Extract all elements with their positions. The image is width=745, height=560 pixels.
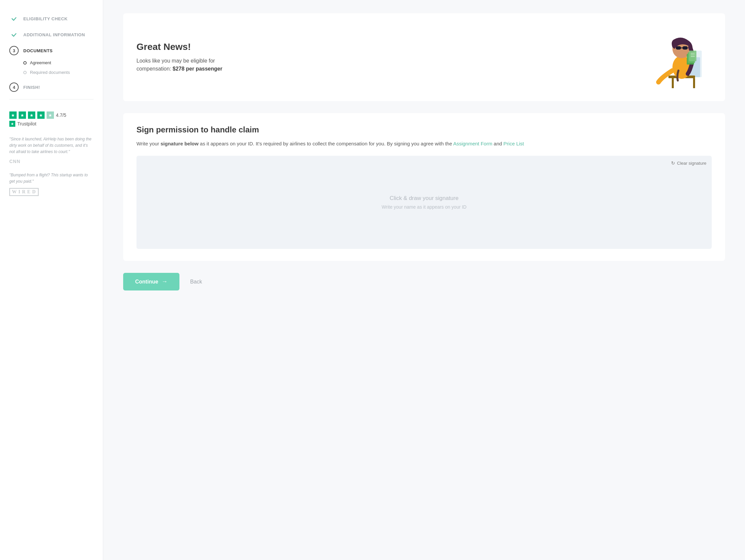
trustpilot-rating: 4.7/5 — [56, 112, 66, 118]
svg-rect-3 — [672, 78, 674, 88]
sidebar-divider — [9, 99, 94, 99]
assignment-form-link[interactable]: Assignment Form — [453, 141, 492, 146]
wired-logo-text: W I R E D — [12, 189, 36, 194]
main-content: Great News! Looks like you may be eligib… — [103, 0, 745, 560]
star-5-partial: ★ — [46, 111, 54, 119]
wired-logo: W I R E D — [9, 188, 39, 196]
stars-row: ★ ★ ★ ★ ★ 4.7/5 — [9, 111, 94, 119]
desc-start: Write your — [136, 141, 160, 146]
dot-required-docs — [23, 71, 27, 74]
check-icon-eligibility — [9, 14, 19, 23]
bottom-actions: Continue → Back — [123, 273, 725, 291]
signature-placeholder: Click & draw your signature Write your n… — [142, 161, 706, 243]
step-number-documents: 3 — [9, 46, 19, 55]
continue-button[interactable]: Continue → — [123, 273, 180, 291]
hero-desc-bold: $278 per passenger — [173, 66, 222, 71]
sig-placeholder-sub: Write your name as it appears on your ID — [382, 204, 467, 210]
svg-rect-12 — [689, 51, 697, 61]
sidebar-item-documents[interactable]: 3 DOCUMENTS — [9, 42, 94, 59]
desc-bold: signature below — [160, 141, 198, 146]
svg-rect-8 — [682, 46, 688, 50]
hero-section: Great News! Looks like you may be eligib… — [123, 13, 725, 101]
hero-description: Looks like you may be eligible for compe… — [136, 57, 250, 73]
additional-label: ADDITIONAL INFORMATION — [23, 32, 85, 37]
desc-mid: as it appears on your ID. It's required … — [198, 141, 453, 146]
desc-and: and — [492, 141, 503, 146]
sub-step-required-docs[interactable]: Required documents — [23, 68, 94, 76]
svg-rect-4 — [693, 78, 695, 88]
sidebar-item-eligibility[interactable]: ELIGIBILITY CHECK — [9, 11, 94, 27]
documents-label: DOCUMENTS — [23, 48, 53, 53]
sub-step-agreement[interactable]: Agreement — [23, 59, 94, 67]
continue-arrow-icon: → — [161, 278, 167, 285]
required-docs-label: Required documents — [30, 70, 70, 75]
clear-signature-button[interactable]: ↻ Clear signature — [671, 160, 706, 166]
svg-rect-7 — [676, 46, 681, 50]
signature-box[interactable]: ↻ Clear signature Click & draw your sign… — [136, 156, 712, 249]
wired-quote-text: "Bumped from a flight? This startup want… — [9, 172, 94, 185]
cnn-quote: "Since it launched, AirHelp has been doi… — [9, 136, 94, 164]
check-icon-additional — [9, 30, 19, 39]
sidebar: ELIGIBILITY CHECK ADDITIONAL INFORMATION… — [0, 0, 103, 560]
price-list-link[interactable]: Price List — [503, 141, 524, 146]
refresh-icon: ↻ — [671, 160, 675, 166]
sig-placeholder-main: Click & draw your signature — [390, 195, 459, 202]
cnn-quote-text: "Since it launched, AirHelp has been doi… — [9, 136, 94, 155]
star-4: ★ — [37, 111, 44, 119]
sidebar-item-additional[interactable]: ADDITIONAL INFORMATION — [9, 27, 94, 42]
finish-label: FINISH! — [23, 85, 40, 90]
star-1: ★ — [9, 111, 17, 119]
trustpilot-logo-row: ★ Trustpilot — [9, 121, 94, 127]
illustration-svg — [639, 24, 712, 91]
continue-label: Continue — [135, 279, 158, 285]
tp-star-icon: ★ — [9, 121, 15, 127]
dot-agreement — [23, 61, 27, 65]
step-number-finish: 4 — [9, 83, 19, 92]
eligibility-label: ELIGIBILITY CHECK — [23, 16, 68, 21]
back-button[interactable]: Back — [190, 279, 202, 285]
star-3: ★ — [28, 111, 35, 119]
hero-text: Great News! Looks like you may be eligib… — [136, 42, 250, 73]
trustpilot-label: Trustpilot — [17, 121, 36, 126]
sidebar-item-finish[interactable]: 4 FINISH! — [9, 79, 94, 95]
sign-description: Write your signature below as it appears… — [136, 140, 712, 148]
trustpilot-section: ★ ★ ★ ★ ★ 4.7/5 ★ Trustpilot — [9, 111, 94, 127]
hero-title: Great News! — [136, 42, 250, 52]
star-2: ★ — [19, 111, 26, 119]
clear-signature-label: Clear signature — [677, 161, 706, 166]
sub-steps-documents: Agreement Required documents — [23, 59, 94, 79]
hero-illustration — [639, 24, 712, 91]
agreement-label: Agreement — [30, 60, 51, 65]
sign-title: Sign permission to handle claim — [136, 125, 712, 134]
sign-section: Sign permission to handle claim Write yo… — [123, 113, 725, 261]
cnn-logo: CNN — [9, 159, 94, 164]
wired-quote: "Bumped from a flight? This startup want… — [9, 172, 94, 196]
